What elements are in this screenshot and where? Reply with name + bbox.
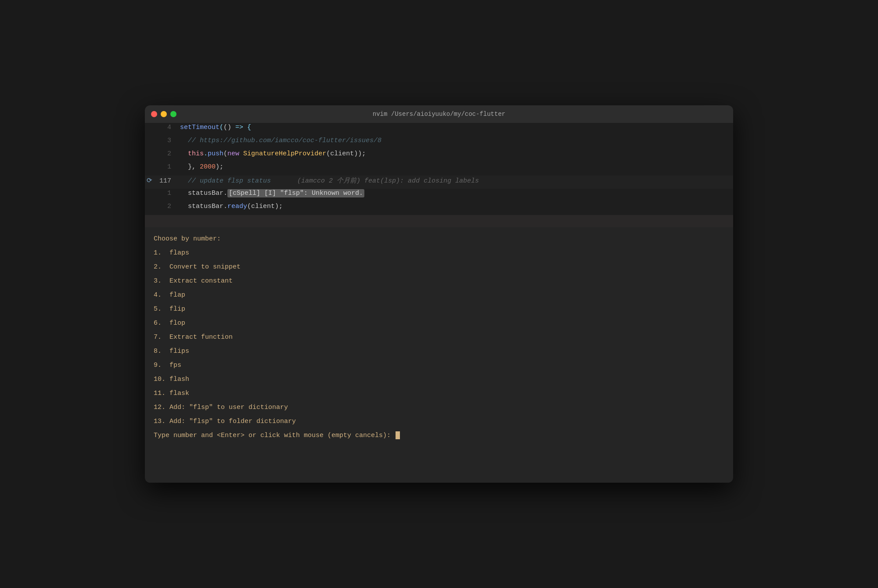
line-content-1a: }, 2000); [180, 163, 223, 171]
line-number-1b: 1 [154, 190, 180, 197]
editor-area: 4 setTimeout(() => { 3 // https://github… [145, 123, 733, 227]
menu-item-12[interactable]: 12. Add: "flsp" to user dictionary [145, 400, 733, 414]
line-number-1a: 1 [154, 163, 180, 171]
code-line-2a: 2 this.push(new SignatureHelpProvider(cl… [145, 149, 733, 162]
line-content-117: // update flsp status(iamcco 2 个月前) feat… [180, 176, 479, 185]
line-number-2b: 2 [154, 203, 180, 210]
git-icon-1b [145, 190, 154, 197]
menu-item-6[interactable]: 6. flop [145, 316, 733, 330]
git-icon-2a [145, 151, 154, 157]
git-icon-117: ⟳ [145, 176, 154, 185]
menu-item-4[interactable]: 4. flap [145, 288, 733, 302]
line-content-2b: statusBar.ready(client); [180, 203, 283, 210]
menu-item-11[interactable]: 11. flask [145, 386, 733, 400]
menu-item-2[interactable]: 2. Convert to snippet [145, 260, 733, 274]
menu-item-13[interactable]: 13. Add: "flsp" to folder dictionary [145, 414, 733, 428]
code-line-2b: 2 statusBar.ready(client); [145, 202, 733, 215]
window-title: nvim /Users/aioiyuuko/my/coc-flutter [373, 111, 505, 118]
code-line-4: 4 setTimeout(() => { [145, 123, 733, 136]
titlebar: nvim /Users/aioiyuuko/my/coc-flutter [145, 105, 733, 123]
code-line-3: 3 // https://github.com/iamcco/coc-flutt… [145, 136, 733, 149]
line-content-4: setTimeout(() => { [180, 124, 251, 131]
code-line-1b: 1 statusBar.[cSpell] [I] "flsp": Unknown… [145, 189, 733, 202]
close-button[interactable] [151, 111, 157, 117]
menu-item-10[interactable]: 10. flash [145, 372, 733, 386]
main-window: nvim /Users/aioiyuuko/my/coc-flutter 4 s… [145, 105, 733, 483]
git-icon-1a [145, 164, 154, 170]
cursor [396, 431, 400, 439]
prompt-text: Type number and <Enter> or click with mo… [154, 432, 395, 439]
line-content-3: // https://github.com/iamcco/coc-flutter… [180, 137, 381, 144]
minimize-button[interactable] [161, 111, 167, 117]
line-content-2a: this.push(new SignatureHelpProvider(clie… [180, 150, 366, 158]
menu-item-3[interactable]: 3. Extract constant [145, 274, 733, 288]
menu-item-1[interactable]: 1. flaps [145, 246, 733, 260]
menu-item-5[interactable]: 5. flip [145, 302, 733, 316]
line-number-2a: 2 [154, 150, 180, 158]
line-content-1b: statusBar.[cSpell] [I] "flsp": Unknown w… [180, 190, 364, 197]
git-icon-4 [145, 124, 154, 131]
code-line-1a: 1 }, 2000); [145, 162, 733, 176]
line-number-117: 117 [154, 177, 180, 185]
git-icon-3 [145, 137, 154, 144]
git-icon-2b [145, 203, 154, 210]
menu-item-8[interactable]: 8. flips [145, 344, 733, 358]
menu-header: Choose by number: [145, 232, 733, 246]
line-number-4: 4 [154, 124, 180, 131]
line-number-3: 3 [154, 137, 180, 144]
editor-separator [145, 215, 733, 227]
menu-prompt[interactable]: Type number and <Enter> or click with mo… [145, 428, 733, 442]
traffic-lights [151, 111, 176, 117]
menu-item-7[interactable]: 7. Extract function [145, 330, 733, 344]
menu-item-9[interactable]: 9. fps [145, 358, 733, 372]
menu-area[interactable]: Choose by number: 1. flaps 2. Convert to… [145, 227, 733, 483]
code-line-117: ⟳ 117 // update flsp status(iamcco 2 个月前… [145, 176, 733, 189]
maximize-button[interactable] [170, 111, 176, 117]
